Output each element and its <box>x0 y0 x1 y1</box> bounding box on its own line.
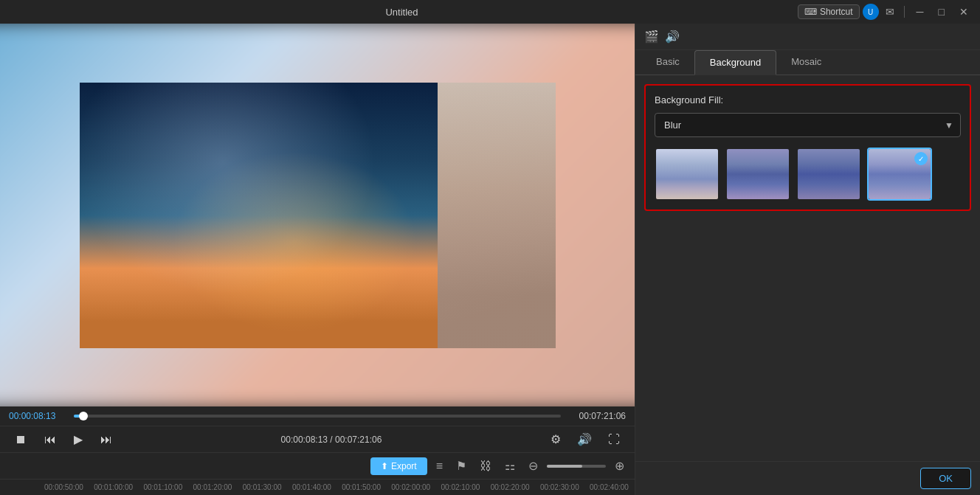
right-panel: 🎬 🔊 Basic Background Mosaic Background F… <box>635 24 980 495</box>
mail-icon[interactable]: ✉ <box>882 4 898 20</box>
ruler-ticks: 00:00:50:00 00:01:00:00 00:01:10:00 00:0… <box>44 483 635 491</box>
playback-controls: ⏹ ⏮ ▶ ⏭ <box>9 429 118 449</box>
blur-thumb-1[interactable] <box>655 148 720 201</box>
titlebar-right: ⌨ Shortcut U ✉ ─ □ ✕ <box>798 3 974 21</box>
export-button[interactable]: ⬆ Export <box>370 457 427 475</box>
maximize-button[interactable]: □ <box>933 3 950 21</box>
panel-content: Background Fill: Blur None Color Image ▼ <box>635 75 980 461</box>
right-controls: ⚙ 🔊 ⛶ <box>545 429 626 449</box>
title-text: Untitled <box>385 7 418 18</box>
minimize-button[interactable]: ─ <box>911 3 930 21</box>
tab-background[interactable]: Background <box>694 50 776 75</box>
blur-thumb-1-preview <box>656 149 718 199</box>
bottom-right-controls: ⬆ Export ≡ ⚑ ⛓ ⚏ ⊖ ⊕ <box>370 457 629 475</box>
stop-button[interactable]: ⏹ <box>9 430 32 449</box>
flag-tool-button[interactable]: ⚑ <box>452 457 471 475</box>
background-fill-select[interactable]: Blur None Color Image <box>655 113 961 137</box>
blur-thumbnails: ✓ <box>655 148 961 201</box>
film-icon: 🎬 <box>644 30 659 44</box>
prev-frame-button[interactable]: ⏮ <box>38 430 62 449</box>
export-icon: ⬆ <box>381 461 388 471</box>
zoom-in-button[interactable]: ⊕ <box>610 457 629 475</box>
tick-7: 00:02:00:00 <box>391 483 430 491</box>
avatar[interactable]: U <box>863 4 879 20</box>
video-clip-left <box>80 83 438 348</box>
right-header: 🎬 🔊 <box>635 24 980 50</box>
tick-6: 00:01:50:00 <box>342 483 381 491</box>
progress-track[interactable] <box>74 415 561 418</box>
video-clips <box>80 83 556 348</box>
fullscreen-button[interactable]: ⛶ <box>602 430 626 449</box>
close-button[interactable]: ✕ <box>953 3 974 21</box>
ok-button[interactable]: OK <box>920 468 971 489</box>
shortcut-label: Shortcut <box>820 7 853 17</box>
bottom-toolbar: ⬆ Export ≡ ⚑ ⛓ ⚏ ⊖ ⊕ <box>0 452 635 479</box>
settings-button[interactable]: ⚙ <box>545 429 567 449</box>
video-area <box>0 24 635 406</box>
tabs-bar: Basic Background Mosaic <box>635 50 980 75</box>
video-preview <box>7 38 627 392</box>
tick-2: 00:01:10:00 <box>143 483 182 491</box>
tick-0: 00:00:50:00 <box>44 483 83 491</box>
blur-thumb-4[interactable]: ✓ <box>867 148 932 201</box>
tab-basic-label: Basic <box>656 56 680 67</box>
tick-10: 00:02:30:00 <box>540 483 579 491</box>
background-fill-section: Background Fill: Blur None Color Image ▼ <box>644 84 971 211</box>
panel-footer: OK <box>635 461 980 495</box>
main-content: 00:00:08:13 00:07:21:06 ⏹ ⏮ ▶ ⏭ 00:00:08… <box>0 24 980 495</box>
volume-button[interactable]: 🔊 <box>571 429 598 449</box>
export-label: Export <box>391 461 417 471</box>
zoom-track[interactable] <box>547 465 606 468</box>
tick-8: 00:02:10:00 <box>441 483 480 491</box>
tab-mosaic-label: Mosaic <box>791 56 821 67</box>
shortcut-button[interactable]: ⌨ Shortcut <box>798 4 860 19</box>
titlebar: Untitled ⌨ Shortcut U ✉ ─ □ ✕ <box>0 0 980 24</box>
keyboard-icon: ⌨ <box>804 7 817 17</box>
left-panel: 00:00:08:13 00:07:21:06 ⏹ ⏮ ▶ ⏭ 00:00:08… <box>0 24 635 495</box>
tab-basic[interactable]: Basic <box>641 50 694 75</box>
blur-thumb-3[interactable] <box>796 148 861 201</box>
center-time-display: 00:00:08:13 / 00:07:21:06 <box>281 435 382 445</box>
total-time: 00:07:21:06 <box>567 411 626 421</box>
next-frame-button[interactable]: ⏭ <box>94 430 118 449</box>
progress-thumb[interactable] <box>79 412 88 420</box>
blur-thumb-2-preview <box>727 149 789 199</box>
tab-background-label: Background <box>710 57 761 68</box>
tick-11: 00:02:40:00 <box>590 483 629 491</box>
selected-checkmark: ✓ <box>914 152 928 165</box>
tick-4: 00:01:30:00 <box>243 483 282 491</box>
tick-3: 00:01:20:00 <box>193 483 232 491</box>
split-tool-button[interactable]: ⚏ <box>500 457 520 475</box>
video-clip-right <box>438 83 556 348</box>
time-ruler: 00:00:50:00 00:01:00:00 00:01:10:00 00:0… <box>0 479 635 495</box>
tab-mosaic[interactable]: Mosaic <box>776 50 836 75</box>
tick-5: 00:01:40:00 <box>292 483 331 491</box>
app-title: Untitled <box>6 7 798 18</box>
blur-thumb-2[interactable] <box>725 148 790 201</box>
blur-dropdown-row: Blur None Color Image ▼ <box>655 113 961 137</box>
separator <box>904 6 905 18</box>
zoom-out-button[interactable]: ⊖ <box>524 457 542 475</box>
play-button[interactable]: ▶ <box>68 429 89 449</box>
blur-thumb-3-preview <box>798 149 860 199</box>
tick-1: 00:01:00:00 <box>94 483 133 491</box>
current-time: 00:00:08:13 <box>9 411 68 421</box>
playback-bar: 00:00:08:13 00:07:21:06 <box>0 406 635 426</box>
section-label: Background Fill: <box>655 94 961 105</box>
controls-bar: ⏹ ⏮ ▶ ⏭ 00:00:08:13 / 00:07:21:06 ⚙ 🔊 ⛶ <box>0 426 635 452</box>
link-tool-button[interactable]: ⛓ <box>475 457 496 475</box>
tick-9: 00:02:20:00 <box>491 483 530 491</box>
audio-icon: 🔊 <box>665 30 680 44</box>
track-tool-button[interactable]: ≡ <box>432 457 447 475</box>
